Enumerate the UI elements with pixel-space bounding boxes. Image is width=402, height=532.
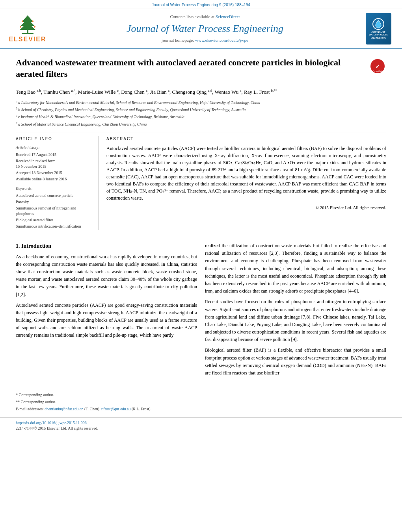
available-date: Available online 8 January 2016	[16, 176, 92, 182]
section-divider	[16, 132, 386, 132]
authors-line: Teng Bao a,b, Tianhu Chen a,*, Marie-Lui…	[16, 88, 386, 96]
abstract-text: Autoclaved aerated concrete particles (A…	[106, 145, 386, 202]
main-body: 1. Introduction As a backbone of economy…	[0, 238, 402, 388]
abstract-panel: ABSTRACT Autoclaved aerated concrete par…	[106, 136, 386, 230]
svg-point-6	[32, 20, 34, 22]
keyword-1: Autoclaved aerated concrete particle	[16, 193, 92, 198]
footnotes: * Corresponding author. ** Corresponding…	[0, 388, 402, 417]
svg-marker-4	[20, 22, 35, 30]
keyword-4: Biological aerated filter	[16, 217, 92, 223]
svg-text:CrossMark: CrossMark	[372, 70, 382, 72]
footnote-email: E-mail addresses: chentianhu@hfut.edu.cn…	[16, 406, 386, 412]
affiliations: a a Laboratory for Nanominerals and Envi…	[16, 99, 386, 127]
doi-section: http://dx.doi.org/10.1016/j.jwpe.2015.11…	[0, 417, 402, 434]
svg-text:✓: ✓	[375, 63, 380, 70]
homepage-label: journal homepage: www.elsevier.com/locat…	[162, 37, 248, 43]
elsevier-logo: ELSEVIER	[8, 13, 47, 44]
affiliation-c: c c Institute of Health & Biomedical Inn…	[16, 113, 386, 120]
article-info-title: ARTICLE INFO	[16, 136, 92, 142]
elsevier-brand-text: ELSEVIER	[9, 35, 46, 44]
doi-url: http://dx.doi.org/10.1016/j.jwpe.2015.11…	[16, 420, 386, 426]
top-bar: Journal of Water Process Engineering 9 (…	[0, 0, 402, 9]
right-column: realized the utilization of construction…	[205, 242, 386, 380]
history-label: Article history:	[16, 145, 92, 150]
issn-copyright: 2214-7144/© 2015 Elsevier Ltd. All right…	[16, 426, 386, 431]
introduction-heading: 1. Introduction	[16, 242, 197, 250]
abstract-title: ABSTRACT	[106, 136, 386, 142]
article-info-panel: ARTICLE INFO Article history: Received 1…	[16, 136, 99, 230]
sciencedirect-link[interactable]: ScienceDirect	[216, 14, 240, 19]
email-link-1[interactable]: chentianhu@hfut.edu.cn	[45, 407, 83, 411]
journal-logo-box: JOURNAL OFWATER PROCESSENGINEERING	[366, 13, 391, 44]
right-paragraph-2: Recent studies have focused on the roles…	[205, 298, 386, 343]
keyword-2: Porosity	[16, 199, 92, 205]
affiliation-d: d d School of Material Science Chemical …	[16, 121, 386, 127]
header-center: Contents lists available at ScienceDirec…	[51, 13, 359, 44]
copyright-notice: © 2015 Elsevier Ltd. All rights reserved…	[106, 205, 386, 211]
article-content: Advanced wastewater treatment with autoc…	[0, 49, 402, 238]
svg-point-7	[20, 26, 21, 28]
keywords-label: Keywords:	[16, 186, 92, 191]
right-paragraph-1: realized the utilization of construction…	[205, 242, 386, 295]
footnote-corresponding2: ** Corresponding author.	[16, 399, 386, 405]
affiliation-b: b b School of Chemistry, Physics and Mec…	[16, 106, 386, 113]
article-title-section: Advanced wastewater treatment with autoc…	[16, 57, 386, 83]
journal-logo-circle-icon	[372, 18, 384, 30]
crossmark-logo: ✓ CrossMark	[368, 57, 386, 75]
intro-paragraph-1: As a backbone of economy, constructional…	[16, 253, 197, 298]
keyword-5: Simultaneous nitrification–denitrificati…	[16, 224, 92, 229]
intro-paragraph-2: Autoclaved aerated concrete particles (A…	[16, 302, 197, 339]
homepage-url[interactable]: www.elsevier.com/locate/jwpe	[195, 38, 248, 43]
keyword-3: Simultaneous removal of nitrogen and pho…	[16, 206, 92, 217]
svg-point-8	[34, 26, 35, 28]
accepted-date: Accepted 18 November 2015	[16, 170, 92, 176]
info-abstract-row: ARTICLE INFO Article history: Received 1…	[16, 136, 386, 230]
affiliation-a: a a Laboratory for Nanominerals and Envi…	[16, 99, 386, 106]
right-paragraph-3: Biological aerated filter (BAF) is a fle…	[205, 347, 386, 377]
journal-logo: JOURNAL OFWATER PROCESSENGINEERING	[363, 13, 394, 44]
footnote-corresponding1: * Corresponding author.	[16, 392, 386, 398]
water-drop-icon	[374, 19, 383, 29]
article-title: Advanced wastewater treatment with autoc…	[16, 57, 363, 80]
svg-rect-1	[22, 33, 34, 34]
left-column: 1. Introduction As a backbone of economy…	[16, 242, 197, 380]
svg-point-5	[22, 20, 23, 22]
sciencedirect-label: Contents lists available at ScienceDirec…	[170, 14, 240, 20]
doi-link[interactable]: http://dx.doi.org/10.1016/j.jwpe.2015.11…	[16, 421, 87, 425]
journal-logo-text: JOURNAL OFWATER PROCESSENGINEERING	[369, 31, 388, 39]
journal-header: ELSEVIER Contents lists available at Sci…	[0, 9, 402, 49]
email-link-2[interactable]: r.frost@qut.edu.au	[101, 407, 130, 411]
journal-issue-info: Journal of Water Process Engineering 9 (…	[152, 3, 250, 7]
revised-date: Received in revised form16 November 2015	[16, 158, 92, 169]
elsevier-tree-icon	[14, 13, 41, 35]
received-date: Received 17 August 2015	[16, 152, 92, 158]
journal-title: Journal of Water Process Engineering	[127, 22, 283, 36]
crossmark-icon: ✓ CrossMark	[370, 58, 385, 74]
